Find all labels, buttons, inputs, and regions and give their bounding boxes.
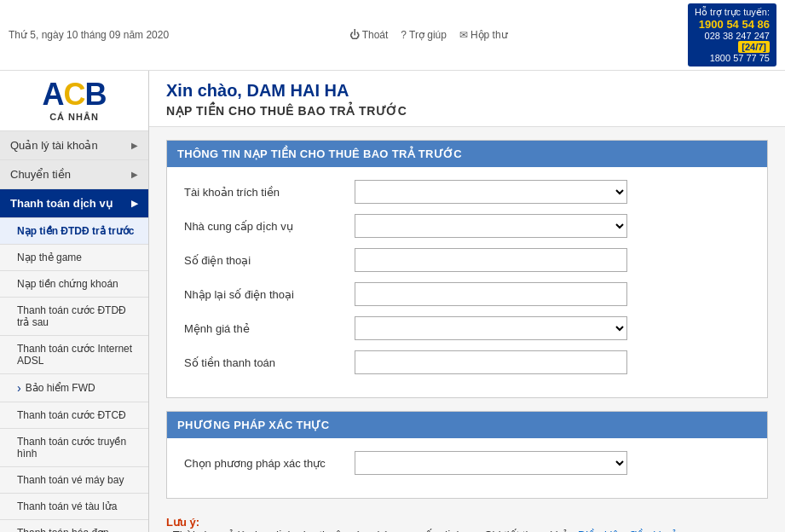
submenu-label-1: Nạp thẻ game xyxy=(17,252,82,263)
so-tien-input[interactable] xyxy=(355,350,627,374)
xac-thuc-label: Chọn phương pháp xác thực xyxy=(184,457,355,470)
question-icon: ? xyxy=(401,29,407,41)
sidebar-menu: Quản lý tài khoản ▶ Chuyển tiền ▶ Thanh … xyxy=(0,131,148,532)
logo-area: ACB CÁ NHÂN xyxy=(0,71,148,131)
logo: ACB xyxy=(9,79,140,110)
power-icon: ⏻ xyxy=(349,29,360,41)
submenu-label-2: Nạp tiền chứng khoán xyxy=(17,278,118,290)
submenu-label-5: Bảo hiểm FWD xyxy=(26,382,95,394)
top-bar: Thứ 5, ngày 10 tháng 09 năm 2020 ⏻ Thoát… xyxy=(0,0,785,71)
sidebar-label-thanh-toan: Thanh toán dịch vụ xyxy=(10,197,113,210)
submenu-nap-the-game[interactable]: Nạp thẻ game xyxy=(0,245,148,271)
form-row-nhap-lai: Nhập lại số điện thoại xyxy=(184,282,750,306)
main-wrapper: ACB CÁ NHÂN Quản lý tài khoản ▶ Chuyển t… xyxy=(0,71,785,532)
sidebar-item-chuyen-tien[interactable]: Chuyển tiền ▶ xyxy=(0,160,148,189)
submenu-label-4: Thanh toán cước Internet ADSL xyxy=(17,343,138,367)
note-label: Lưu ý: xyxy=(166,516,199,529)
section-1-header: THÔNG TIN NẠP TIỀN CHO THUÊ BAO TRẢ TRƯỚ… xyxy=(167,141,767,167)
note-area: Lưu ý: - Thời gian xử lý giao dịch phụ t… xyxy=(166,512,768,532)
section-1-body: Tài khoản trích tiền Nhà cung cấp dịch v… xyxy=(167,167,767,397)
submenu-tt-cuoc-dtdd-tra-sau[interactable]: Thanh toán cước ĐTDĐ trả sau xyxy=(0,298,148,336)
sidebar-submenu: Nạp tiền ĐTDĐ trả trước Nạp thẻ game Nạp… xyxy=(0,218,148,532)
menh-gia-select[interactable] xyxy=(355,316,627,340)
logo-c: C xyxy=(64,77,85,112)
sidebar-label-quan-ly: Quản lý tài khoản xyxy=(10,139,98,152)
submenu-bao-hiem-fwd[interactable]: › Bảo hiểm FWD xyxy=(0,374,148,402)
mail-icon: ✉ xyxy=(459,29,468,41)
menh-gia-label: Mệnh giá thẻ xyxy=(184,322,355,335)
hotline1: 1900 54 54 86 xyxy=(695,18,770,31)
so-dien-thoai-input[interactable] xyxy=(355,248,627,272)
nha-cung-cap-label: Nhà cung cấp dịch vụ xyxy=(184,220,355,233)
submenu-tt-cuoc-internet[interactable]: Thanh toán cước Internet ADSL xyxy=(0,336,148,374)
submenu-label-3: Thanh toán cước ĐTDĐ trả sau xyxy=(17,304,138,328)
sidebar-item-thanh-toan[interactable]: Thanh toán dịch vụ ▶ xyxy=(0,189,148,218)
submenu-tt-hoa-don[interactable]: Thanh toán hóa đơn xyxy=(0,520,148,532)
support-label: Hỗ trợ trực tuyến: xyxy=(695,7,770,18)
logo-subtitle: CÁ NHÂN xyxy=(9,112,140,122)
chevron-icon-0: ▶ xyxy=(131,141,138,150)
bullet-icon: › xyxy=(17,381,21,395)
submenu-nap-tien-ck[interactable]: Nạp tiền chứng khoán xyxy=(0,271,148,298)
hotline2: 028 38 247 247 xyxy=(695,31,770,41)
hotline3: 1800 57 77 75 xyxy=(695,53,770,63)
submenu-tt-ve-may-bay[interactable]: Thanh toán vé máy bay xyxy=(0,467,148,494)
greeting: Xin chào, DAM HAI HA xyxy=(166,81,768,101)
page-title: NẠP TIỀN CHO THUÊ BAO TRẢ TRƯỚC xyxy=(166,104,768,118)
inbox-link[interactable]: ✉ Hộp thư xyxy=(459,29,508,41)
nha-cung-cap-select[interactable] xyxy=(355,214,627,238)
section-2-header: PHƯƠNG PHÁP XÁC THỰC xyxy=(167,412,767,438)
top-nav: ⏻ Thoát ? Trợ giúp ✉ Hộp thư xyxy=(349,29,508,41)
content-header: Xin chào, DAM HAI HA NẠP TIỀN CHO THUÊ B… xyxy=(149,71,785,127)
nhap-lai-label: Nhập lại số điện thoại xyxy=(184,288,355,301)
sidebar-label-chuyen-tien: Chuyển tiền xyxy=(10,168,71,181)
section-1-box: THÔNG TIN NẠP TIỀN CHO THUÊ BAO TRẢ TRƯỚ… xyxy=(166,140,768,398)
submenu-label-7: Thanh toán cước truyền hình xyxy=(17,436,138,460)
note-link[interactable]: Điều kiện điều khoản xyxy=(578,529,684,532)
submenu-label-8: Thanh toán vé máy bay xyxy=(17,474,124,486)
form-row-so-tien: Số tiền thanh toán xyxy=(184,350,750,374)
sidebar: ACB CÁ NHÂN Quản lý tài khoản ▶ Chuyển t… xyxy=(0,71,149,532)
form-row-nha-cung-cap: Nhà cung cấp dịch vụ xyxy=(184,214,750,238)
hotline-box: Hỗ trợ trực tuyến: 1900 54 54 86 028 38 … xyxy=(688,3,776,66)
sidebar-item-quan-ly[interactable]: Quản lý tài khoản ▶ xyxy=(0,131,148,160)
help-link[interactable]: ? Trợ giúp xyxy=(401,29,447,41)
logo-a: A xyxy=(43,77,64,112)
tai-khoan-label: Tài khoản trích tiền xyxy=(184,186,355,199)
submenu-nap-tien-dtdd[interactable]: Nạp tiền ĐTDĐ trả trước xyxy=(0,218,148,245)
chevron-icon-1: ▶ xyxy=(131,170,138,179)
so-tien-label: Số tiền thanh toán xyxy=(184,356,355,369)
form-row-tai-khoan: Tài khoản trích tiền xyxy=(184,180,750,204)
content-area: Xin chào, DAM HAI HA NẠP TIỀN CHO THUÊ B… xyxy=(149,71,785,532)
content-body: THÔNG TIN NẠP TIỀN CHO THUÊ BAO TRẢ TRƯỚ… xyxy=(149,127,785,532)
form-row-xac-thuc: Chọn phương pháp xác thực xyxy=(184,451,750,475)
section-2-body: Chọn phương pháp xác thực xyxy=(167,438,767,498)
logo-b: B xyxy=(85,77,107,112)
submenu-tt-cuoc-truyen-hinh[interactable]: Thanh toán cước truyền hình xyxy=(0,429,148,467)
submenu-label-6: Thanh toán cước ĐTCĐ xyxy=(17,409,126,421)
submenu-label-9: Thanh toán vé tàu lửa xyxy=(17,500,117,512)
note-text: - Thời gian xử lý giao dịch phụ thuộc và… xyxy=(166,529,578,532)
tai-khoan-select[interactable] xyxy=(355,180,627,204)
hours-badge: [24/7] xyxy=(738,41,770,53)
form-row-so-dt: Số điện thoại xyxy=(184,248,750,272)
submenu-tt-ve-tau-lua[interactable]: Thanh toán vé tàu lửa xyxy=(0,494,148,520)
submenu-tt-cuoc-dtcd[interactable]: Thanh toán cước ĐTCĐ xyxy=(0,402,148,429)
logout-link[interactable]: ⏻ Thoát xyxy=(349,29,389,41)
nhap-lai-input[interactable] xyxy=(355,282,627,306)
submenu-label-0: Nạp tiền ĐTDĐ trả trước xyxy=(17,225,134,237)
form-row-menh-gia: Mệnh giá thẻ xyxy=(184,316,750,340)
so-dien-thoai-label: Số điện thoại xyxy=(184,254,355,267)
date-display: Thứ 5, ngày 10 tháng 09 năm 2020 xyxy=(9,29,169,41)
xac-thuc-select[interactable] xyxy=(355,451,627,475)
chevron-icon-2: ▶ xyxy=(131,199,138,208)
section-2-box: PHƯƠNG PHÁP XÁC THỰC Chọn phương pháp xá… xyxy=(166,411,768,499)
submenu-label-10: Thanh toán hóa đơn xyxy=(17,527,109,532)
